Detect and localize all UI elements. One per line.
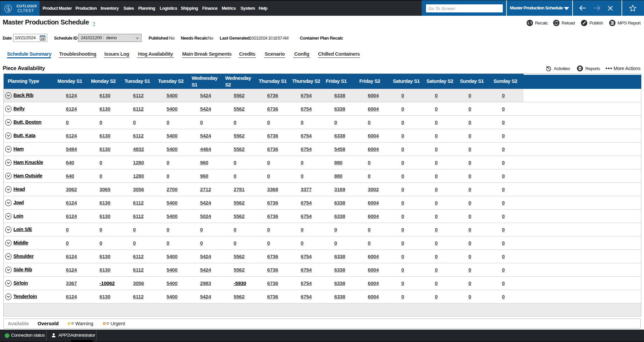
svg-text:15: 15 (41, 37, 44, 40)
